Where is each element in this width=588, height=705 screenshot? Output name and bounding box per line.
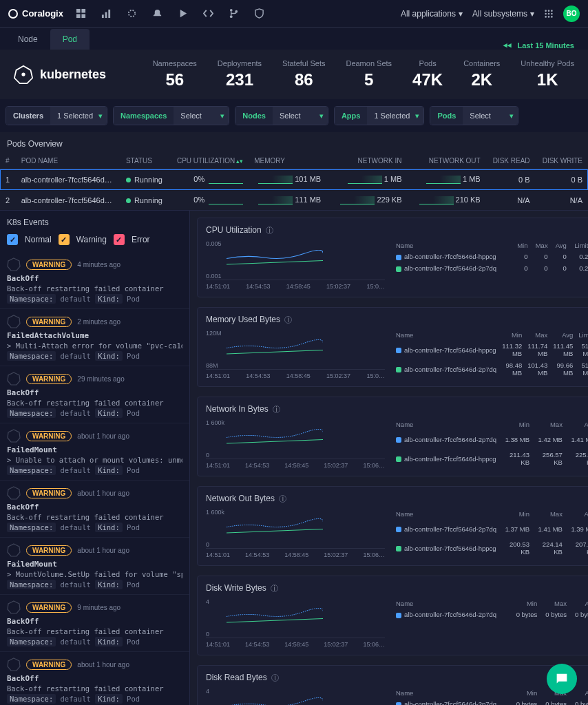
legend-table: NameMinMaxAvgSumalb-controller-7fccf5646…: [393, 419, 588, 469]
view-tabs: Node Pod ◂◂ Last 15 Minutes: [0, 28, 588, 50]
event-level-badge: WARNING: [26, 431, 72, 441]
apps-grid-icon[interactable]: [544, 9, 554, 19]
event-message: Back-off restarting failed container: [7, 284, 182, 293]
svg-point-18: [548, 16, 550, 18]
legend-table: NameMinMaxAvgLimitRequestsalb-controller…: [393, 240, 588, 290]
col-podname[interactable]: POD NAME: [16, 153, 120, 169]
events-title: K8s Events: [7, 218, 49, 227]
panel-cpu: CPU Utilization i 0.005 0.001 14:51:0114…: [197, 218, 588, 297]
event-item[interactable]: WARNING 29 minutes ago BackOff Back-off …: [0, 366, 189, 423]
col-status[interactable]: STATUS: [120, 153, 169, 169]
collapse-icon[interactable]: [173, 218, 182, 227]
event-level-badge: WARNING: [26, 374, 72, 384]
info-icon[interactable]: i: [271, 585, 278, 592]
event-item[interactable]: WARNING 9 minutes ago BackOff Back-off r…: [0, 595, 189, 652]
logo-icon: [8, 9, 18, 19]
metrics-main: CPU Utilization i 0.005 0.001 14:51:0114…: [190, 211, 588, 705]
shield-icon[interactable]: [254, 8, 264, 19]
col-netin[interactable]: NETWORK IN: [328, 153, 407, 169]
info-icon[interactable]: i: [279, 495, 286, 503]
svg-rect-3: [81, 14, 85, 18]
kubernetes-icon: [14, 65, 33, 84]
svg-marker-24: [8, 372, 20, 385]
legend-table: NameMinMaxAvgSumalb-controller-7fccf5646…: [393, 598, 588, 648]
svg-point-13: [551, 10, 553, 12]
event-source-icon: [7, 486, 21, 500]
col-netout[interactable]: NETWORK OUT: [407, 153, 485, 169]
svg-point-11: [545, 10, 547, 12]
applications-dropdown[interactable]: All applications▾: [401, 9, 463, 19]
filter-pods-label: Pods: [430, 107, 463, 125]
info-icon[interactable]: i: [271, 674, 279, 682]
event-time: about 1 hour ago: [77, 432, 129, 440]
svg-marker-29: [8, 658, 20, 671]
info-icon[interactable]: i: [266, 227, 273, 234]
event-item[interactable]: WARNING 4 minutes ago BackOff Back-off r…: [0, 252, 189, 309]
event-time: 9 minutes ago: [77, 604, 120, 611]
event-type: BackOff: [7, 503, 182, 512]
panel-mem: Memory Used Bytes i 120M 88M 14:51:0114:…: [197, 307, 588, 387]
event-item[interactable]: WARNING about 1 hour ago FailedMount > M…: [0, 538, 189, 595]
tab-node[interactable]: Node: [6, 29, 50, 50]
col-cpu[interactable]: CPU UTILIZATION▴▾: [169, 153, 249, 169]
svg-point-16: [551, 12, 553, 14]
event-message: > Unable to attach or mount volumes: unm…: [7, 456, 182, 464]
pod-row[interactable]: 2 alb-controller-7fccf5646d… Running 0% …: [0, 190, 588, 211]
tab-pod[interactable]: Pod: [50, 29, 90, 50]
col-diskwrite[interactable]: DISK WRITE: [536, 153, 588, 169]
event-item[interactable]: WARNING 2 minutes ago FailedAttachVolume…: [0, 309, 189, 366]
chart: 4 0 14:51:0114:54:5314:58:4515:02:3715:0…: [206, 598, 385, 648]
filter-nodes[interactable]: Select: [273, 107, 328, 125]
stat-containers: Containers 2K: [463, 59, 500, 90]
svg-point-19: [551, 16, 553, 18]
k8s-header: kubernetes Namespaces 56 Deployments 231…: [0, 50, 588, 99]
col-num[interactable]: #: [0, 153, 16, 169]
filter-clusters-label: Clusters: [6, 107, 50, 125]
info-icon[interactable]: i: [284, 316, 292, 324]
panel-title: Network In Bytes i: [206, 404, 588, 414]
play-icon[interactable]: [178, 8, 188, 19]
event-source-icon: [7, 600, 21, 614]
brand-logo[interactable]: Coralogix: [8, 8, 63, 19]
subsystems-dropdown[interactable]: All subsystems▾: [472, 9, 534, 19]
branch-icon[interactable]: [229, 8, 239, 19]
legend-table: NameMinMaxAvgSumalb-controller-7fccf5646…: [393, 509, 588, 558]
panel-title: CPU Utilization i: [206, 225, 588, 235]
chart: 1 600k 0 14:51:0114:54:5314:58:4515:02:3…: [206, 509, 385, 558]
event-type: BackOff: [7, 674, 182, 683]
bell-icon[interactable]: [152, 8, 162, 19]
code-icon[interactable]: [203, 8, 213, 19]
filter-apps[interactable]: 1 Selected: [367, 107, 423, 125]
col-diskread[interactable]: DISK READ: [486, 153, 536, 169]
pod-row[interactable]: 1 alb-controller-7fccf5646d… Running 0% …: [0, 169, 588, 190]
gear-icon[interactable]: [127, 8, 137, 19]
filter-namespaces-label: Namespaces: [114, 107, 174, 125]
chat-icon: [554, 671, 569, 686]
time-range-picker[interactable]: ◂◂ Last 15 Minutes: [503, 41, 582, 50]
event-source-icon: [7, 315, 21, 328]
event-item[interactable]: WARNING about 1 hour ago BackOff Back-of…: [0, 652, 189, 705]
filter-pods[interactable]: Select: [463, 107, 518, 125]
dashboard-icon[interactable]: [76, 8, 86, 19]
filter-warning-checkbox[interactable]: ✓: [59, 234, 70, 245]
event-source-icon: [7, 429, 21, 443]
event-meta: Namespace: default Kind: Pod: [7, 295, 182, 303]
brand-name: Coralogix: [22, 8, 63, 19]
filter-namespaces[interactable]: Select: [174, 107, 229, 125]
event-type: FailedMount: [7, 445, 182, 454]
col-memory[interactable]: MEMORY: [249, 153, 328, 169]
chat-button[interactable]: [547, 664, 577, 694]
svg-point-7: [129, 10, 135, 17]
filter-normal-checkbox[interactable]: ✓: [7, 234, 18, 245]
panel-title: Memory Used Bytes i: [206, 315, 588, 324]
filter-clusters[interactable]: 1 Selected: [50, 107, 107, 125]
event-item[interactable]: WARNING about 1 hour ago BackOff Back-of…: [0, 481, 189, 538]
svg-rect-5: [105, 12, 107, 18]
event-item[interactable]: WARNING about 1 hour ago FailedMount > U…: [0, 423, 189, 481]
time-prev-icon[interactable]: ◂◂: [503, 41, 512, 50]
info-icon[interactable]: i: [273, 406, 280, 413]
event-meta: Namespace: default Kind: Pod: [7, 352, 182, 360]
avatar[interactable]: BO: [563, 6, 580, 22]
filter-error-checkbox[interactable]: ✓: [114, 234, 125, 245]
bars-icon[interactable]: [101, 8, 112, 19]
